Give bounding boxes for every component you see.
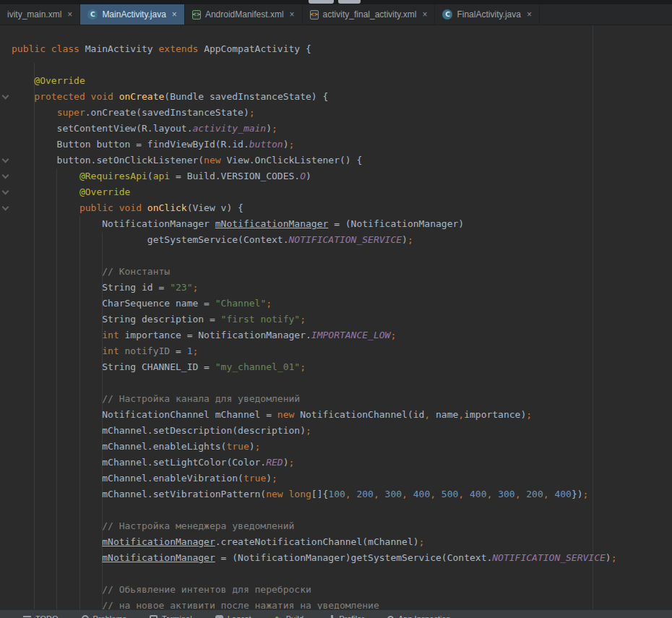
code-line[interactable] bbox=[0, 375, 672, 391]
code-line[interactable]: mChannel.setLightColor(Color.RED); bbox=[0, 455, 672, 471]
tool-window-label: Profiler bbox=[339, 614, 364, 618]
code-line[interactable]: // Обьявление интентов для переброски bbox=[0, 582, 672, 598]
tool-window-label: Logcat bbox=[228, 614, 251, 618]
editor-tab-bar: ivity_main.xml×CMainActivity.java×<>Andr… bbox=[0, 4, 672, 25]
terminal-icon bbox=[150, 615, 158, 618]
profiler-icon bbox=[327, 615, 335, 618]
code-line[interactable]: mChannel.setDescription(description); bbox=[0, 423, 672, 439]
logcat-icon bbox=[215, 615, 223, 618]
problems-icon bbox=[82, 615, 89, 618]
code-line[interactable]: setContentView(R.layout.activity_main); bbox=[0, 121, 672, 137]
tab-close-icon[interactable]: × bbox=[290, 10, 295, 19]
code-line[interactable] bbox=[0, 57, 672, 73]
tool-window-bar: TODOProblemsTerminalLogcatBuildProfilerA… bbox=[0, 609, 672, 618]
code-line[interactable]: mChannel.enableLights(true); bbox=[0, 439, 672, 455]
tab-close-icon[interactable]: × bbox=[527, 10, 532, 19]
code-line[interactable]: button.setOnClickListener(new View.OnCli… bbox=[0, 153, 672, 168]
tool-window-button-todo[interactable]: TODO bbox=[12, 612, 70, 618]
editor-gutter bbox=[0, 25, 12, 618]
code-line[interactable]: protected void onCreate(Bundle savedInst… bbox=[0, 89, 672, 105]
tab-label: ivity_main.xml bbox=[7, 9, 61, 20]
fold-arrow-icon[interactable] bbox=[2, 172, 9, 179]
code-line[interactable] bbox=[0, 502, 672, 518]
fold-arrow-icon[interactable] bbox=[2, 93, 9, 100]
tab-label: MainActivity.java bbox=[102, 9, 165, 20]
tool-window-label: Problems bbox=[93, 614, 126, 618]
tab-label: FinalActivity.java bbox=[457, 9, 520, 20]
editor-tab-ivity-main-xml[interactable]: ivity_main.xml× bbox=[0, 4, 80, 25]
toolbar-button-partial[interactable] bbox=[338, 0, 361, 4]
tab-close-icon[interactable]: × bbox=[67, 10, 72, 19]
tool-window-button-terminal[interactable]: Terminal bbox=[138, 612, 204, 618]
code-line[interactable]: public void onClick(View v) { bbox=[0, 200, 672, 216]
code-line[interactable] bbox=[0, 248, 672, 264]
fold-arrow-icon[interactable] bbox=[2, 204, 9, 211]
code-line[interactable]: @Override bbox=[0, 184, 672, 200]
code-line[interactable]: @Override bbox=[0, 73, 672, 89]
tool-window-button-app-inspection[interactable]: App Inspection bbox=[376, 612, 462, 618]
code-line[interactable]: getSystemService(Context.NOTIFICATION_SE… bbox=[0, 232, 672, 248]
tool-window-button-profiler[interactable]: Profiler bbox=[315, 612, 376, 618]
code-line[interactable]: mChannel.enableVibration(true); bbox=[0, 471, 672, 486]
tab-label: AndroidManifest.xml bbox=[205, 9, 284, 20]
code-area: public class MainActivity extends AppCom… bbox=[0, 25, 672, 614]
code-line[interactable]: // Константы bbox=[0, 264, 672, 280]
code-line[interactable]: Button button = findViewById(R.id.button… bbox=[0, 137, 672, 153]
tool-window-button-logcat[interactable]: Logcat bbox=[204, 612, 263, 618]
java-class-icon: C bbox=[442, 9, 452, 20]
editor-pane: public class MainActivity extends AppCom… bbox=[0, 25, 672, 618]
code-line[interactable]: NotificationManager mNotificationManager… bbox=[0, 216, 672, 232]
tab-close-icon[interactable]: × bbox=[172, 10, 177, 19]
todo-icon bbox=[23, 615, 31, 618]
java-class-icon: C bbox=[87, 9, 98, 20]
app-inspection-icon bbox=[387, 616, 394, 618]
code-line[interactable]: // Настройка менеджера уведомлений bbox=[0, 518, 672, 534]
code-line[interactable]: super.onCreate(savedInstanceState); bbox=[0, 105, 672, 121]
code-line[interactable]: int importance = NotificationManager.IMP… bbox=[0, 327, 672, 343]
tab-label: activity_final_activity.xml bbox=[323, 9, 417, 20]
xml-file-icon: <> bbox=[310, 10, 319, 20]
code-line[interactable] bbox=[0, 566, 672, 582]
editor-tab-activity-final-activity-xml[interactable]: <>activity_final_activity.xml× bbox=[303, 4, 436, 25]
manifest-file-icon: <> bbox=[192, 10, 201, 20]
fold-arrow-icon[interactable] bbox=[2, 188, 9, 195]
code-line[interactable]: // Настройка канала для уведомлений bbox=[0, 391, 672, 407]
code-line[interactable]: String description = "first notify"; bbox=[0, 312, 672, 327]
tool-window-button-build[interactable]: Build bbox=[263, 612, 315, 618]
code-line[interactable]: String CHANNEL_ID = "my_channel_01"; bbox=[0, 359, 672, 375]
fold-arrow-icon[interactable] bbox=[2, 156, 9, 163]
code-line[interactable]: mNotificationManager = (NotificationMana… bbox=[0, 550, 672, 566]
code-line[interactable]: @RequiresApi(api = Build.VERSION_CODES.O… bbox=[0, 168, 672, 184]
code-line[interactable]: mNotificationManager.createNotificationC… bbox=[0, 534, 672, 550]
editor-tab-mainactivity-java[interactable]: CMainActivity.java× bbox=[80, 4, 185, 25]
code-line[interactable]: int notifyID = 1; bbox=[0, 343, 672, 359]
tab-close-icon[interactable]: × bbox=[422, 10, 427, 19]
editor-tab-finalactivity-java[interactable]: CFinalActivity.java× bbox=[435, 4, 540, 25]
code-line[interactable]: CharSequence name = "Channel"; bbox=[0, 296, 672, 312]
tool-window-label: TODO bbox=[35, 614, 59, 618]
code-line[interactable]: String id = "23"; bbox=[0, 280, 672, 296]
editor-tab-androidmanifest-xml[interactable]: <>AndroidManifest.xml× bbox=[185, 4, 303, 25]
tool-window-button-problems[interactable]: Problems bbox=[70, 612, 138, 618]
code-line[interactable]: public class MainActivity extends AppCom… bbox=[0, 41, 672, 57]
toolbar-button-partial[interactable] bbox=[309, 0, 334, 4]
code-line[interactable]: NotificationChannel mChannel = new Notif… bbox=[0, 407, 672, 423]
tool-window-label: App Inspection bbox=[398, 614, 451, 618]
tool-window-label: Build bbox=[286, 614, 303, 618]
code-line[interactable]: mChannel.setVibrationPattern(new long[]{… bbox=[0, 486, 672, 502]
tool-window-label: Terminal bbox=[162, 614, 192, 618]
